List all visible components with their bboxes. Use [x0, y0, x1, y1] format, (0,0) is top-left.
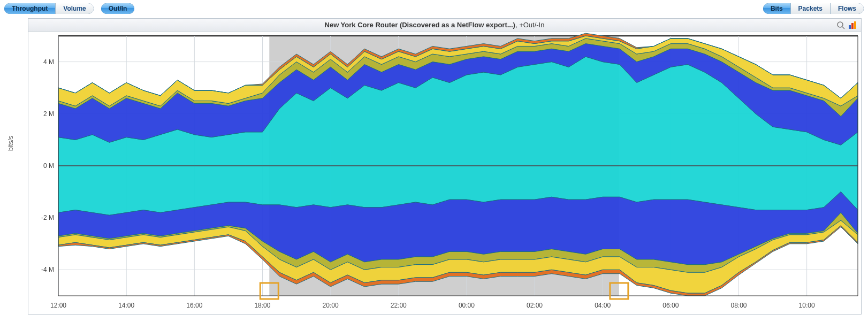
chart-toolbar: Throughput Volume Out/In Bits Packets Fl… [4, 3, 864, 14]
flows-button[interactable]: Flows [831, 3, 864, 14]
svg-text:12:00: 12:00 [50, 302, 66, 309]
throughput-button[interactable]: Throughput [4, 3, 56, 14]
y-axis-label-box: bits/s [5, 19, 28, 298]
unit-toggle-group: Bits Packets Flows [763, 3, 864, 14]
chart-title-suffix: , +Out/-In [515, 21, 545, 29]
zoom-reset-icon[interactable] [836, 21, 845, 29]
chart-header: New York Core Router (Discovered as a Ne… [28, 19, 861, 32]
chart-plot-area[interactable]: -4 M-2 M0 M2 M4 M12:0014:0016:0018:0020:… [28, 32, 861, 314]
chart-title: New York Core Router (Discovered as a Ne… [33, 21, 836, 29]
svg-text:2 M: 2 M [43, 110, 54, 118]
svg-text:22:00: 22:00 [391, 302, 407, 309]
chart-header-icons [836, 21, 857, 29]
svg-text:-2 M: -2 M [41, 214, 54, 221]
svg-text:20:00: 20:00 [323, 302, 339, 309]
chart-title-main: New York Core Router (Discovered as a Ne… [325, 21, 515, 29]
y-axis-label: bits/s [7, 136, 14, 151]
svg-text:4 M: 4 M [43, 58, 54, 66]
svg-text:16:00: 16:00 [186, 302, 202, 309]
svg-text:08:00: 08:00 [730, 302, 747, 309]
svg-text:00:00: 00:00 [459, 302, 475, 309]
svg-text:14:00: 14:00 [118, 302, 134, 309]
volume-button[interactable]: Volume [56, 3, 93, 14]
bits-button[interactable]: Bits [763, 3, 791, 14]
packets-button[interactable]: Packets [791, 3, 831, 14]
svg-text:06:00: 06:00 [663, 302, 679, 309]
svg-rect-4 [854, 21, 856, 29]
svg-line-1 [842, 27, 844, 29]
svg-rect-3 [851, 23, 854, 29]
metric-toggle-group: Throughput Volume [4, 3, 94, 14]
chart-panel: bits/s New York Core Router (Discovered … [28, 18, 862, 315]
svg-text:18:00: 18:00 [254, 302, 270, 309]
svg-rect-2 [849, 25, 851, 29]
svg-text:-4 M: -4 M [41, 266, 54, 273]
svg-text:0 M: 0 M [43, 162, 54, 170]
svg-point-0 [837, 22, 843, 27]
chart-type-icon[interactable] [848, 21, 857, 29]
out-in-button[interactable]: Out/In [101, 3, 135, 14]
svg-text:02:00: 02:00 [527, 302, 543, 309]
svg-text:10:00: 10:00 [799, 302, 815, 309]
toolbar-left: Throughput Volume Out/In [4, 3, 134, 14]
toolbar-right: Bits Packets Flows [763, 3, 864, 14]
direction-toggle-group: Out/In [101, 3, 135, 14]
svg-text:04:00: 04:00 [595, 302, 611, 309]
